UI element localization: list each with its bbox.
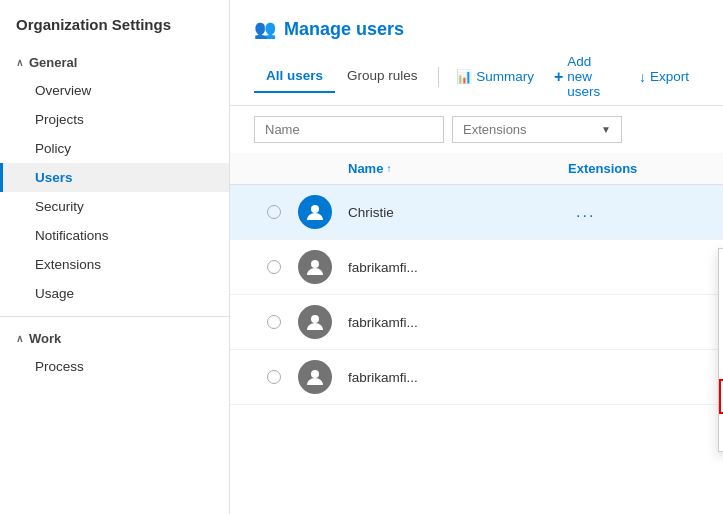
sidebar-item-extensions[interactable]: Extensions [0, 250, 229, 279]
svg-point-1 [311, 260, 319, 268]
row-radio[interactable] [267, 205, 281, 219]
row-avatar-cell [294, 350, 344, 404]
table-row[interactable]: fabrikamfi... [230, 240, 723, 295]
sidebar-section-work[interactable]: ∧ Work [0, 325, 229, 352]
row-name-cell: fabrikamfi... [344, 360, 564, 395]
chevron-work-icon: ∧ [16, 333, 23, 344]
menu-item-resend-invite[interactable]: ▷ Resend invite [719, 346, 723, 377]
svg-point-2 [311, 315, 319, 323]
menu-item-manage-projects[interactable]: ✏️ Manage projects [719, 284, 723, 315]
row-extensions-cell [564, 257, 699, 277]
sidebar: Organization Settings ∧ General Overview… [0, 0, 230, 514]
row-avatar-cell [294, 240, 344, 294]
menu-item-remove-from-org[interactable]: ✕ Remove from organization [719, 379, 723, 414]
row-radio[interactable] [267, 315, 281, 329]
row-radio-cell[interactable] [254, 360, 294, 394]
ellipsis-button[interactable]: ... [568, 199, 603, 225]
menu-item-change-access[interactable]: ✏️ Change access level [719, 253, 723, 284]
extensions-filter-placeholder: Extensions [463, 122, 527, 137]
action-add-users[interactable]: + Add new users [544, 48, 629, 105]
main-content: 👥 Manage users All users Group rules 📊 S… [230, 0, 723, 514]
row-radio[interactable] [267, 370, 281, 384]
row-name-cell: fabrikamfi... [344, 305, 564, 340]
extensions-filter-select[interactable]: Extensions ▼ [452, 116, 622, 143]
action-export[interactable]: ↓ Export [629, 63, 699, 91]
row-avatar-cell [294, 185, 344, 239]
col-extensions: Extensions [564, 153, 699, 184]
sidebar-item-users[interactable]: Users [0, 163, 229, 192]
row-extensions-cell [564, 367, 699, 387]
row-extensions-cell [564, 312, 699, 332]
tabs-bar: All users Group rules 📊 Summary + Add ne… [230, 48, 723, 106]
context-menu: ✏️ Change access level ✏️ Manage project… [718, 248, 723, 452]
avatar [298, 195, 332, 229]
sidebar-section-work-label: Work [29, 331, 61, 346]
action-summary[interactable]: 📊 Summary [446, 63, 544, 90]
sidebar-section-general[interactable]: ∧ General [0, 49, 229, 76]
row-radio-cell[interactable] [254, 195, 294, 229]
tab-group-rules[interactable]: Group rules [335, 60, 430, 93]
avatar [298, 250, 332, 284]
col-name[interactable]: Name ↑ [344, 153, 564, 184]
table-header: Name ↑ Extensions [230, 153, 723, 185]
col-avatar [294, 153, 344, 184]
row-radio[interactable] [267, 260, 281, 274]
filter-row: Extensions ▼ [230, 106, 723, 153]
tab-all-users[interactable]: All users [254, 60, 335, 93]
svg-point-3 [311, 370, 319, 378]
sidebar-item-projects[interactable]: Projects [0, 105, 229, 134]
action-summary-label: Summary [476, 69, 534, 84]
avatar [298, 305, 332, 339]
page-title: Manage users [284, 19, 404, 40]
table-container: Name ↑ Extensions Christie ... [230, 153, 723, 514]
sidebar-section-general-label: General [29, 55, 77, 70]
row-radio-cell[interactable] [254, 305, 294, 339]
svg-point-0 [311, 205, 319, 213]
sidebar-divider [0, 316, 229, 317]
menu-item-remove-direct[interactable]: ✕ Remove direct assignments [719, 416, 723, 447]
row-extensions-cell[interactable]: ... [564, 189, 699, 235]
manage-users-icon: 👥 [254, 18, 276, 40]
sidebar-item-process[interactable]: Process [0, 352, 229, 381]
col-radio [254, 153, 294, 184]
add-icon: + [554, 68, 563, 86]
row-radio-cell[interactable] [254, 250, 294, 284]
sidebar-item-security[interactable]: Security [0, 192, 229, 221]
avatar [298, 360, 332, 394]
table-row[interactable]: fabrikamfi... [230, 295, 723, 350]
summary-icon: 📊 [456, 69, 472, 84]
row-name-cell: fabrikamfi... [344, 250, 564, 285]
action-add-users-label: Add new users [567, 54, 619, 99]
sidebar-item-notifications[interactable]: Notifications [0, 221, 229, 250]
row-avatar-cell [294, 295, 344, 349]
table-row[interactable]: Christie ... [230, 185, 723, 240]
sidebar-item-usage[interactable]: Usage [0, 279, 229, 308]
export-icon: ↓ [639, 69, 646, 85]
sidebar-item-overview[interactable]: Overview [0, 76, 229, 105]
app-title: Organization Settings [0, 16, 229, 49]
name-filter-input[interactable] [254, 116, 444, 143]
action-export-label: Export [650, 69, 689, 84]
page-header: 👥 Manage users [230, 0, 723, 40]
chevron-general-icon: ∧ [16, 57, 23, 68]
tab-separator [438, 67, 439, 87]
row-name-cell: Christie [344, 195, 564, 230]
chevron-down-extensions-icon: ▼ [601, 124, 611, 135]
menu-item-manage-extensions[interactable]: ✏️ Manage extensions [719, 315, 723, 346]
table-row[interactable]: fabrikamfi... [230, 350, 723, 405]
sort-name-icon: ↑ [386, 163, 391, 174]
sidebar-item-policy[interactable]: Policy [0, 134, 229, 163]
